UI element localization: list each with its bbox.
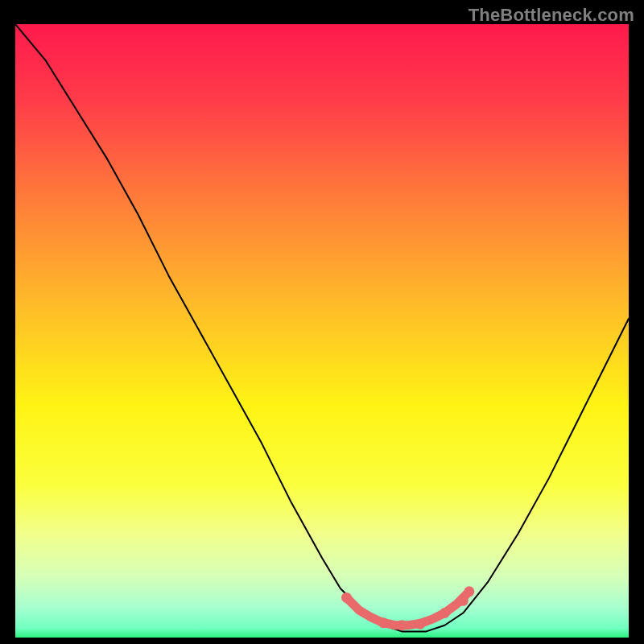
watermark-text: TheBottleneck.com [469, 5, 634, 26]
plot-area [15, 24, 629, 638]
sweet-spot-marker [397, 620, 407, 630]
sweet-spot-marker [464, 586, 474, 597]
sweet-spot-marker [378, 617, 389, 628]
sweet-spot-marker [458, 596, 469, 606]
chart-frame: TheBottleneck.com [0, 0, 644, 644]
gradient-background [15, 24, 629, 638]
sweet-spot-marker [440, 608, 450, 618]
plot-svg [15, 24, 629, 638]
sweet-spot-marker [341, 592, 352, 603]
sweet-spot-marker [415, 619, 425, 630]
